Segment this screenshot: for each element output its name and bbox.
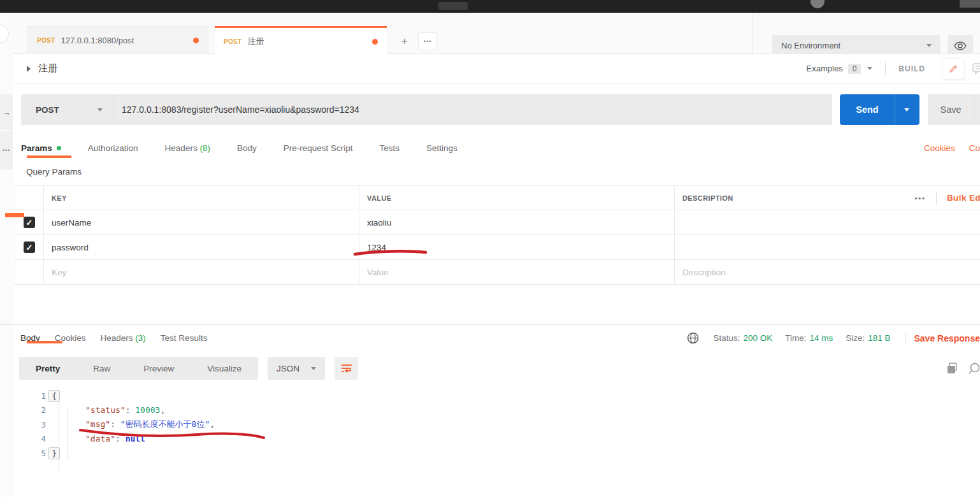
param-key-cell[interactable]: password <box>44 235 359 259</box>
method-value: POST <box>36 105 59 115</box>
wrap-text-icon <box>341 363 352 373</box>
request-tab-2-active[interactable]: POST 注册 <box>215 26 387 55</box>
tab-params[interactable]: Params <box>13 143 75 153</box>
network-info-button[interactable] <box>687 332 699 344</box>
column-header-value: VALUE <box>359 186 675 210</box>
tab-title: 127.0.0.1:8080/post <box>61 36 134 45</box>
bulk-edit-link[interactable]: Bulk Ed <box>947 193 980 203</box>
response-tab-headers[interactable]: Headers (3) <box>101 333 146 343</box>
param-value-cell[interactable]: 1234 <box>359 235 675 259</box>
window-controls[interactable] <box>960 0 980 8</box>
comment-button[interactable] <box>972 63 980 75</box>
tab-label: Headers <box>165 143 198 153</box>
new-tab-button[interactable]: + <box>395 32 414 50</box>
send-button[interactable]: Send <box>840 94 919 125</box>
code-line: 3 "msg": "密码长度不能小于8位", <box>13 417 980 432</box>
tab-body[interactable]: Body <box>224 143 270 153</box>
table-header-row: KEY VALUE DESCRIPTION ••• Bulk Ed <box>15 186 980 210</box>
tab-authorization[interactable]: Authorization <box>75 143 152 153</box>
view-preview[interactable]: Preview <box>127 364 191 373</box>
request-tab-1[interactable]: POST 127.0.0.1:8080/post <box>27 26 208 54</box>
code-link[interactable]: Co <box>969 143 980 153</box>
method-badge: POST <box>224 38 241 45</box>
pencil-icon <box>948 64 958 74</box>
chevron-down-icon <box>867 67 872 70</box>
divider <box>936 192 937 205</box>
line-number: 1 <box>13 391 46 401</box>
titlebar-search[interactable] <box>438 2 468 10</box>
param-description-cell[interactable] <box>675 210 980 234</box>
param-description-cell[interactable] <box>675 235 980 259</box>
request-title[interactable]: 注册 <box>38 62 57 75</box>
cookies-link[interactable]: Cookies <box>924 143 955 153</box>
save-response-link[interactable]: Save Response <box>914 333 980 343</box>
divider <box>974 94 974 125</box>
param-row-username: userName xiaoliu <box>15 210 980 235</box>
param-row-empty: Key Value Description <box>15 260 980 285</box>
line-number: 3 <box>13 420 46 429</box>
response-body-viewer[interactable]: 1 { 2 "status": 10003, 3 "msg": "密码长度不能小… <box>13 389 980 478</box>
edit-button[interactable] <box>942 58 965 80</box>
line-number: 2 <box>13 405 46 415</box>
view-visualize[interactable]: Visualize <box>191 364 258 373</box>
param-value-cell[interactable]: xiaoliu <box>359 210 675 234</box>
line-number: 5 <box>13 449 46 458</box>
save-button[interactable]: Save <box>928 94 980 125</box>
param-description-placeholder[interactable]: Description <box>675 260 980 284</box>
url-builder-row: POST 127.0.0.1:8083/register?userName=xi… <box>13 83 980 136</box>
request-meta-row: 注册 Examples 0 BUILD <box>13 54 980 83</box>
environment-value: No Environment <box>781 41 840 50</box>
method-selector[interactable]: POST <box>21 94 113 125</box>
tab-settings[interactable]: Settings <box>413 143 471 153</box>
chevron-down-icon <box>926 44 932 47</box>
divider <box>905 331 905 345</box>
send-options-chevron-icon[interactable] <box>904 108 909 112</box>
status-badge: Status:200 OK <box>713 333 772 343</box>
tab-label: Headers <box>101 333 133 343</box>
sidebar-more-icon[interactable]: ••• <box>0 131 13 169</box>
chevron-down-icon <box>311 367 316 370</box>
format-selector[interactable]: JSON <box>268 357 325 380</box>
sidebar-expand-arrow-icon[interactable]: → <box>0 94 13 130</box>
code-line: 2 "status": 10003, <box>13 403 980 418</box>
search-response-button[interactable] <box>967 363 980 374</box>
response-view-toolbar: Pretty Raw Preview Visualize JSON <box>13 351 980 385</box>
row-checkbox[interactable] <box>24 241 35 253</box>
build-label[interactable]: BUILD <box>898 64 925 73</box>
url-input[interactable]: 127.0.0.1:8083/register?userName=xiaoliu… <box>113 104 359 115</box>
method-badge: POST <box>37 37 55 44</box>
tab-options-button[interactable]: ••• <box>418 32 437 50</box>
examples-dropdown[interactable]: Examples 0 <box>807 64 873 74</box>
sidebar-handle[interactable] <box>0 24 9 43</box>
param-key-placeholder[interactable]: Key <box>44 260 359 284</box>
tab-label: Params <box>21 143 52 153</box>
view-mode-control: Pretty Raw Preview Visualize <box>19 357 258 380</box>
tab-prerequest-script[interactable]: Pre-request Script <box>270 143 366 153</box>
unsaved-dot-icon <box>193 38 199 43</box>
sidebar-selection-indicator <box>5 213 24 217</box>
copy-icon <box>947 363 958 374</box>
tab-tests[interactable]: Tests <box>366 143 413 153</box>
divider <box>885 62 886 75</box>
environment-preview-button[interactable] <box>948 35 973 56</box>
param-value-placeholder[interactable]: Value <box>359 260 675 284</box>
code-line: 1 { <box>13 389 980 403</box>
examples-label: Examples <box>807 64 843 73</box>
divider <box>752 13 753 54</box>
request-tab-strip: POST 127.0.0.1:8080/post POST 注册 + ••• N… <box>13 13 980 54</box>
view-pretty[interactable]: Pretty <box>19 364 76 373</box>
environment-selector[interactable]: No Environment <box>772 35 940 56</box>
chevron-right-icon[interactable] <box>27 66 31 72</box>
url-input-group: POST 127.0.0.1:8083/register?userName=xi… <box>21 94 832 125</box>
tab-headers[interactable]: Headers (8) <box>152 143 224 153</box>
request-subtabs: Params Authorization Headers (8) Body Pr… <box>13 136 980 160</box>
row-checkbox[interactable] <box>24 217 35 228</box>
copy-response-button[interactable] <box>947 363 958 374</box>
params-more-actions-button[interactable]: ••• <box>914 194 926 202</box>
wrap-text-button[interactable] <box>335 357 358 380</box>
param-key-cell[interactable]: userName <box>44 210 359 234</box>
avatar[interactable] <box>811 0 825 8</box>
response-tab-test-results[interactable]: Test Results <box>161 333 208 343</box>
view-raw[interactable]: Raw <box>76 364 127 373</box>
column-header-key: KEY <box>44 186 359 210</box>
